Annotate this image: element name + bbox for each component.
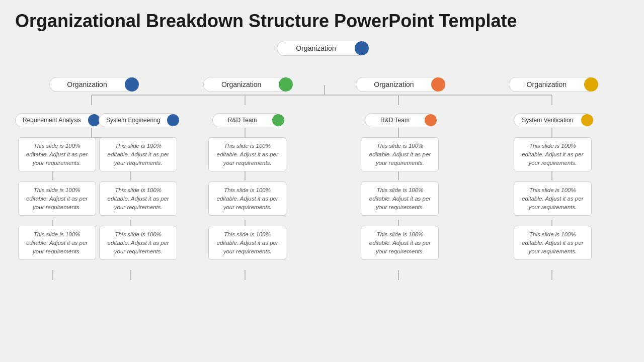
- org-chart: Organization Organization: [15, 41, 629, 260]
- card-2-0-1: This slide is 100% editable. Adjust it a…: [361, 182, 439, 216]
- branch-1-label: Organization: [221, 80, 261, 88]
- card-0-0-2: This slide is 100% editable. Adjust it a…: [18, 226, 96, 260]
- branch-3-accent: [584, 77, 598, 92]
- branch-2-accent: [431, 77, 445, 92]
- card-1-0-0: This slide is 100% editable. Adjust it a…: [208, 137, 286, 171]
- branch-1-accent: [279, 77, 293, 92]
- branch-2-node: Organization: [356, 77, 444, 92]
- card-0-1-1: This slide is 100% editable. Adjust it a…: [99, 182, 177, 216]
- sub-node-0-1: System Engineering: [99, 113, 178, 127]
- sub-branch-3-0: System Verification This slide is 100% e…: [514, 113, 592, 260]
- branch-3: Organization System Verification This sl…: [476, 77, 629, 260]
- slide: Organizational Breakdown Structure Power…: [0, 0, 644, 362]
- card-2-0-2: This slide is 100% editable. Adjust it a…: [361, 226, 439, 260]
- card-3-0-2: This slide is 100% editable. Adjust it a…: [514, 226, 592, 260]
- branch-3-node: Organization: [509, 77, 597, 92]
- sub-branch-1-0: R&D Team This slide is 100% editable. Ad…: [208, 113, 286, 260]
- branch-1: Organization R&D Team This slide is 100%…: [171, 77, 324, 260]
- card-1-0-2: This slide is 100% editable. Adjust it a…: [208, 226, 286, 260]
- card-2-0-0: This slide is 100% editable. Adjust it a…: [361, 137, 439, 171]
- card-0-0-1: This slide is 100% editable. Adjust it a…: [18, 182, 96, 216]
- sub-node-1-0: R&D Team: [212, 113, 283, 127]
- branch-0: Organization Requirement Analysis Th: [15, 77, 171, 260]
- card-0-1-0: This slide is 100% editable. Adjust it a…: [99, 137, 177, 171]
- branch-2-label: Organization: [374, 80, 414, 88]
- root-label: Organization: [296, 44, 336, 52]
- branch-0-node: Organization: [49, 77, 137, 92]
- card-0-1-2: This slide is 100% editable. Adjust it a…: [99, 226, 177, 260]
- branch-3-label: Organization: [527, 80, 567, 88]
- sub-node-0-0: Requirement Analysis: [15, 113, 99, 127]
- card-0-0-0: This slide is 100% editable. Adjust it a…: [18, 137, 96, 171]
- card-3-0-0: This slide is 100% editable. Adjust it a…: [514, 137, 592, 171]
- sub-node-2-0: R&D Team: [365, 113, 435, 127]
- page-title: Organizational Breakdown Structure Power…: [15, 10, 629, 32]
- branch-1-node: Organization: [203, 77, 291, 92]
- branch-0-accent: [125, 77, 139, 92]
- sub-branch-0-1: System Engineering This slide is 100% ed…: [99, 113, 178, 260]
- sub-branch-2-0: R&D Team This slide is 100% editable. Ad…: [361, 113, 439, 260]
- sub-branch-0-0: Requirement Analysis This slide is 100% …: [15, 113, 99, 260]
- branch-0-label: Organization: [67, 80, 107, 88]
- card-3-0-1: This slide is 100% editable. Adjust it a…: [514, 182, 592, 216]
- root-accent: [355, 41, 369, 55]
- branch-2: Organization R&D Team This slide is 100%…: [324, 77, 476, 260]
- card-1-0-1: This slide is 100% editable. Adjust it a…: [208, 182, 286, 216]
- sub-node-3-0: System Verification: [514, 113, 592, 127]
- root-node: Organization: [277, 41, 367, 56]
